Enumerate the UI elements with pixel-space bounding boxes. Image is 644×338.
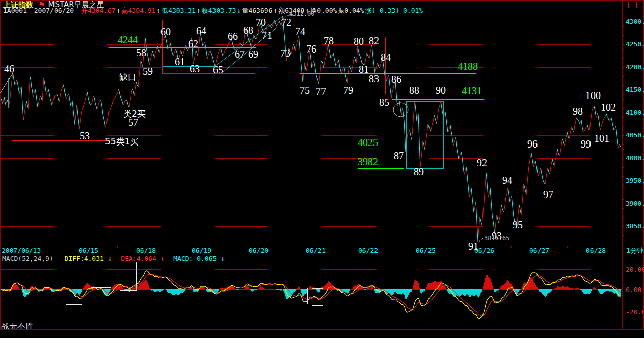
wave-number-label: 95 — [513, 220, 523, 230]
wave-number-label: 61 — [175, 57, 185, 67]
macd-highlight-box — [312, 288, 323, 306]
chart-annotation: 55类1买 — [105, 137, 138, 146]
wave-number-label: 68 — [243, 25, 253, 35]
wave-number-label: 78 — [324, 36, 334, 46]
wave-number-label: 86 — [391, 74, 401, 84]
extreme-value-label: 4312.00 — [289, 11, 315, 17]
level-price-label: 4244 — [118, 35, 138, 45]
wave-number-label: 81 — [359, 64, 369, 74]
level-line — [358, 168, 404, 169]
wave-number-label: 63 — [190, 64, 200, 74]
extreme-value-label: 3816.65 — [484, 235, 510, 242]
wave-number-label: 75 — [300, 85, 310, 95]
wave-number-label: 66 — [228, 31, 238, 41]
wave-number-label: 90 — [436, 85, 446, 95]
wave-number-label: 76 — [306, 44, 316, 54]
wave-number-label: 64 — [196, 26, 206, 36]
wave-number-label: 69 — [248, 49, 258, 59]
level-line — [109, 47, 256, 48]
wave-number-label: 73 — [280, 48, 290, 58]
wave-number-label: 101 — [594, 133, 609, 143]
wave-number-label: 65 — [213, 65, 223, 75]
wave-number-label: 85 — [379, 97, 389, 107]
wave-number-label: 91 — [468, 241, 478, 251]
wave-number-label: 53 — [80, 131, 90, 141]
level-line — [364, 149, 405, 149]
wave-box-cyan — [0, 78, 9, 108]
wave-number-label: 46 — [4, 64, 14, 74]
level-line — [392, 99, 484, 100]
macd-highlight-box — [66, 288, 82, 305]
macd-highlight-box — [297, 288, 308, 304]
wave-number-label: 100 — [585, 90, 601, 101]
wave-number-label: 84 — [381, 52, 391, 62]
level-price-label: 3982 — [358, 157, 378, 167]
wave-number-label: 72 — [281, 17, 291, 27]
chart-annotation: 缺口 — [119, 73, 136, 81]
level-line — [300, 73, 476, 74]
macd-highlight-box — [120, 262, 137, 291]
wave-number-label: 57 — [128, 117, 138, 127]
wave-number-label: 97 — [543, 189, 553, 200]
wave-number-label: 92 — [477, 158, 487, 168]
level-price-label: 4131 — [462, 86, 482, 96]
wave-number-label: 98 — [573, 106, 583, 116]
wave-number-label: 77 — [316, 86, 326, 96]
level-price-label: 4188 — [458, 61, 478, 71]
wave-number-label: 59 — [143, 66, 153, 76]
wave-number-label: 102 — [601, 102, 616, 112]
wave-box-cyan — [406, 101, 444, 169]
wave-number-label: 88 — [409, 85, 419, 95]
wave-number-label: 79 — [343, 85, 353, 95]
trading-app-window: { "header": { "index_name": "上证指数", "fla… — [0, 0, 644, 338]
wave-number-label: 80 — [354, 36, 364, 46]
macd-highlight-box — [91, 287, 111, 295]
wave-number-label: 94 — [502, 175, 512, 185]
wave-number-label: 60 — [160, 27, 171, 37]
wave-number-label: 62 — [188, 39, 198, 49]
wave-number-label: 58 — [136, 47, 146, 58]
wave-number-label: 71 — [262, 30, 272, 40]
wave-number-label: 96 — [527, 139, 538, 149]
wave-number-label: 99 — [581, 139, 591, 149]
wave-number-label: 89 — [414, 167, 424, 177]
chart-annotation: 类2买 — [123, 110, 146, 118]
wave-box-red — [12, 72, 110, 141]
wave-number-label: 87 — [394, 151, 404, 161]
level-price-label: 4025 — [358, 137, 378, 148]
wave-number-label: 70 — [256, 17, 266, 27]
wave-number-label: 82 — [369, 36, 379, 46]
wave-number-label: 67 — [235, 49, 245, 59]
wave-number-label: 74 — [295, 26, 305, 36]
wave-number-label: 83 — [369, 74, 379, 84]
